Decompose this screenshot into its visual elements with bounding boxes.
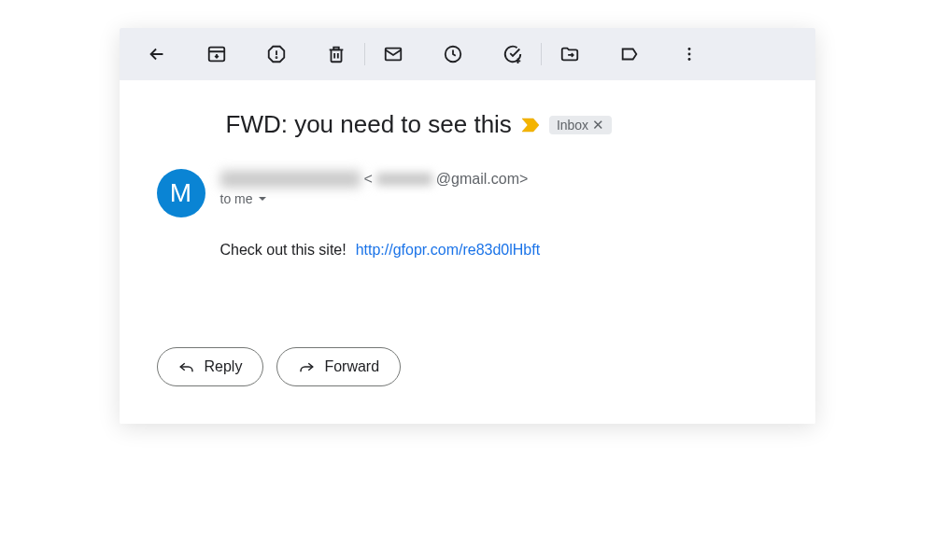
delete-button[interactable] [318, 35, 355, 73]
forward-icon [298, 358, 315, 375]
folder-move-icon [559, 44, 580, 64]
email-toolbar [120, 28, 815, 80]
snooze-button[interactable] [434, 35, 472, 73]
sender-email-redacted [376, 173, 432, 186]
sender-email-bracket-open: < [364, 171, 373, 188]
email-window: FWD: you need to see this Inbox ✕ M < @g… [120, 28, 815, 424]
clock-icon [443, 44, 463, 64]
recipient-text: to me [220, 191, 253, 206]
label-icon [619, 44, 640, 64]
body-text: Check out this site! [220, 242, 347, 259]
labels-button[interactable] [611, 35, 648, 73]
archive-button[interactable] [198, 35, 235, 73]
envelope-icon [383, 44, 403, 64]
back-button[interactable] [138, 35, 176, 73]
svg-point-10 [687, 53, 690, 56]
svg-point-11 [687, 58, 690, 61]
email-subject: FWD: you need to see this [226, 110, 512, 139]
recipient-details-toggle[interactable] [257, 193, 268, 204]
toolbar-separator [364, 43, 365, 65]
sender-avatar[interactable]: M [157, 169, 205, 217]
sender-name-redacted [220, 171, 361, 188]
spam-icon [266, 44, 287, 64]
remove-label-icon[interactable]: ✕ [592, 118, 604, 132]
mark-unread-button[interactable] [375, 35, 412, 73]
important-icon [521, 118, 540, 133]
add-task-button[interactable] [494, 35, 531, 73]
check-add-icon [502, 44, 523, 64]
reply-actions: Reply Forward [157, 347, 778, 386]
move-to-button[interactable] [551, 35, 588, 73]
chevron-down-icon [257, 193, 268, 204]
forward-button[interactable]: Forward [276, 347, 401, 386]
archive-icon [206, 44, 227, 64]
email-body: Check out this site! http://gfopr.com/re… [157, 242, 778, 259]
important-marker[interactable] [521, 119, 540, 132]
sender-row: M < @gmail.com> to me [157, 169, 778, 217]
subject-row: FWD: you need to see this Inbox ✕ [157, 110, 778, 139]
label-chip-text: Inbox [557, 118, 588, 133]
reply-icon [178, 358, 195, 375]
svg-point-9 [687, 48, 690, 50]
toolbar-separator [541, 43, 542, 65]
trash-icon [326, 44, 347, 64]
reply-button[interactable]: Reply [157, 347, 264, 386]
recipient-line[interactable]: to me [220, 191, 529, 206]
sender-info: < @gmail.com> to me [220, 169, 529, 206]
forward-label: Forward [324, 358, 379, 375]
sender-email-suffix: @gmail.com> [436, 171, 529, 188]
body-link[interactable]: http://gfopr.com/re83d0lHbft [356, 242, 540, 259]
reply-label: Reply [205, 358, 243, 375]
sender-line: < @gmail.com> [220, 171, 529, 188]
avatar-letter: M [170, 178, 191, 208]
email-content: FWD: you need to see this Inbox ✕ M < @g… [120, 80, 815, 424]
arrow-left-icon [147, 44, 167, 64]
label-chip[interactable]: Inbox ✕ [549, 116, 612, 134]
svg-point-2 [276, 57, 276, 58]
more-vertical-icon [679, 44, 700, 64]
more-button[interactable] [671, 35, 708, 73]
report-spam-button[interactable] [258, 35, 295, 73]
